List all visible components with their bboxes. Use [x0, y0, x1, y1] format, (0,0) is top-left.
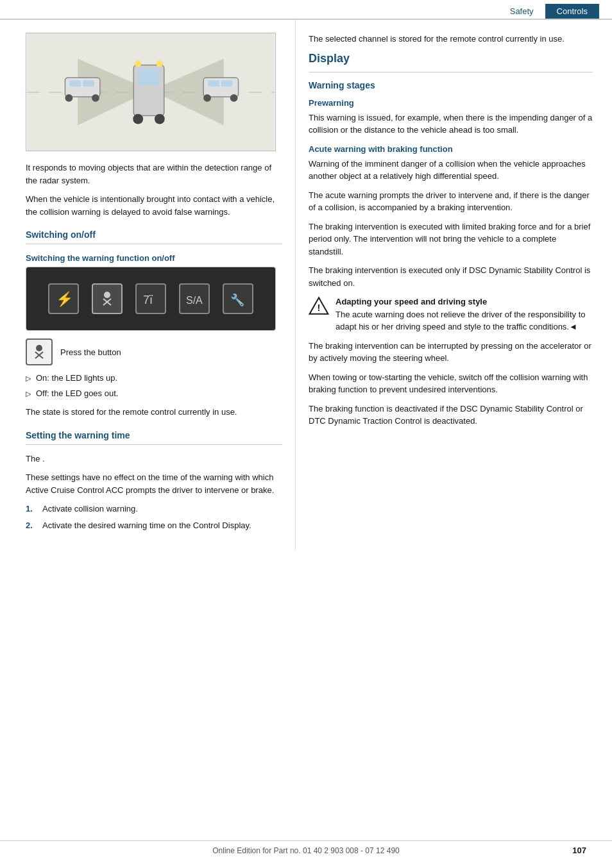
svg-point-12 — [203, 94, 211, 102]
switching-sub: Switching the warning function on/off — [26, 253, 282, 263]
tab-safety[interactable]: Safety — [498, 4, 545, 19]
acute-para1: Warning of the imminent danger of a coll… — [309, 158, 593, 183]
svg-point-27 — [36, 345, 42, 351]
switching-heading: Switching on/off — [26, 230, 282, 240]
svg-point-21 — [104, 292, 110, 298]
btn-icon-4: S/A — [179, 283, 210, 314]
step2: 2. Activate the desired warning time on … — [26, 519, 282, 532]
on-item: On: the LED lights up. — [26, 372, 282, 385]
btn-icon-2 — [92, 283, 123, 314]
divider2 — [26, 444, 282, 445]
svg-point-18 — [135, 61, 141, 67]
acute-heading: Acute warning with braking function — [309, 144, 593, 154]
acute-para3: The braking intervention is executed wit… — [309, 221, 593, 258]
small-btn-icon — [26, 338, 53, 365]
svg-text:S/A: S/A — [186, 295, 203, 306]
page-number: 107 — [572, 846, 586, 855]
svg-text:7ı̈: 7ı̈ — [143, 294, 153, 306]
left-column: It responds to moving objects that are w… — [0, 20, 295, 551]
warning-title: Adapting your speed and driving style — [336, 297, 487, 306]
warning-triangle-icon: ! — [309, 296, 329, 316]
svg-rect-5 — [69, 80, 81, 87]
display-heading: Display — [309, 52, 593, 65]
button-panel: ⚡ 7ı̈ S/A — [26, 267, 276, 331]
intro-para: The selected channel is stored for the r… — [309, 33, 593, 46]
para1: It responds to moving objects that are w… — [26, 162, 282, 187]
warning-box: ! Adapting your speed and driving style … — [309, 296, 593, 333]
svg-text:!: ! — [318, 303, 321, 313]
svg-point-7 — [65, 94, 72, 102]
warning-time-heading: Setting the warning time — [26, 430, 282, 440]
divider3 — [309, 72, 593, 72]
svg-point-19 — [157, 61, 163, 67]
step1: 1. Activate collision warning. — [26, 503, 282, 515]
svg-text:🔧: 🔧 — [230, 293, 245, 307]
svg-rect-11 — [221, 80, 233, 87]
warning-content: Adapting your speed and driving style Th… — [336, 296, 593, 333]
svg-point-17 — [155, 114, 165, 124]
settings-para: These settings have no effect on the tim… — [26, 471, 282, 496]
divider1 — [26, 244, 282, 244]
press-button-label: Press the button — [60, 347, 121, 357]
steps-list: 1. Activate collision warning. 2. Activa… — [26, 503, 282, 531]
interrupt-para: The braking intervention can be interrup… — [309, 340, 593, 365]
svg-rect-10 — [208, 80, 219, 87]
svg-rect-6 — [83, 80, 94, 87]
btn-icon-3: 7ı̈ — [135, 283, 166, 314]
tab-controls[interactable]: Controls — [545, 4, 599, 19]
right-column: The selected channel is stored for the r… — [295, 20, 612, 551]
para2: When the vehicle is intentionally brough… — [26, 193, 282, 218]
footer: Online Edition for Part no. 01 40 2 903 … — [0, 840, 612, 855]
deactivated-para: The braking function is deactivated if t… — [309, 403, 593, 428]
press-button-row: Press the button — [26, 338, 282, 365]
svg-rect-15 — [138, 69, 160, 85]
svg-point-8 — [92, 94, 99, 102]
the-label: The . — [26, 453, 282, 465]
svg-point-16 — [133, 114, 143, 124]
header-tabs: Safety Controls — [0, 0, 612, 20]
car-diagram — [26, 33, 276, 151]
button-icons: ⚡ 7ı̈ S/A — [48, 283, 253, 314]
prewarning-para: This warning is issued, for example, whe… — [309, 112, 593, 137]
off-item: Off: the LED goes out. — [26, 387, 282, 400]
warning-text: The acute warning does not relieve the d… — [336, 310, 586, 332]
towing-para: When towing or tow-starting the vehicle,… — [309, 371, 593, 396]
footer-text: Online Edition for Part no. 01 40 2 903 … — [212, 846, 400, 855]
page-body: It responds to moving objects that are w… — [0, 20, 612, 551]
state-stored: The state is stored for the remote contr… — [26, 406, 282, 419]
warning-stages-heading: Warning stages — [309, 80, 593, 90]
acute-para2: The acute warning prompts the driver to … — [309, 189, 593, 214]
bullet-list: On: the LED lights up. Off: the LED goes… — [26, 372, 282, 399]
svg-point-13 — [230, 94, 238, 102]
btn-icon-1: ⚡ — [48, 283, 79, 314]
btn-icon-5: 🔧 — [223, 283, 253, 314]
prewarning-heading: Prewarning — [309, 98, 593, 108]
svg-text:⚡: ⚡ — [56, 290, 74, 308]
acute-para4: The braking intervention is executed onl… — [309, 264, 593, 289]
